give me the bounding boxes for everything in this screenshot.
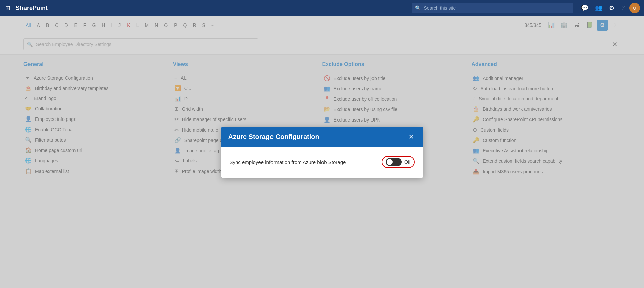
toggle-knob	[387, 159, 393, 165]
app-logo: SharePoint	[16, 5, 48, 12]
azure-storage-modal: Azure Storage Configuration ✕ Sync emplo…	[221, 127, 423, 178]
top-nav: ⊞ SharePoint 🔍 💬 👥 ⚙ ? U	[0, 0, 644, 16]
modal-header: Azure Storage Configuration ✕	[221, 127, 423, 147]
modal-title: Azure Storage Configuration	[228, 133, 319, 141]
modal-close-button[interactable]: ✕	[406, 132, 416, 141]
toggle-state-label: Off	[404, 159, 410, 165]
avatar[interactable]: U	[629, 3, 640, 13]
search-icon: 🔍	[415, 5, 421, 11]
nav-right: 💬 👥 ⚙ ? U	[579, 3, 640, 13]
azure-sync-toggle-wrap: Off	[382, 156, 414, 168]
global-search-input[interactable]	[412, 3, 573, 13]
modal-body: Sync employee information from Azure blo…	[221, 147, 423, 178]
chat-icon[interactable]: 💬	[579, 3, 590, 13]
help-icon[interactable]: ?	[619, 3, 627, 13]
modal-body-text: Sync employee information from Azure blo…	[230, 159, 346, 165]
global-search: 🔍	[412, 3, 573, 13]
settings-icon[interactable]: ⚙	[607, 3, 616, 13]
people-icon[interactable]: 👥	[593, 3, 604, 13]
grid-icon[interactable]: ⊞	[4, 3, 12, 13]
modal-overlay: Azure Storage Configuration ✕ Sync emplo…	[0, 16, 644, 288]
main-content: All A B C D E F G H I J K L M N O P Q R …	[0, 16, 644, 288]
azure-sync-toggle[interactable]	[386, 158, 402, 166]
